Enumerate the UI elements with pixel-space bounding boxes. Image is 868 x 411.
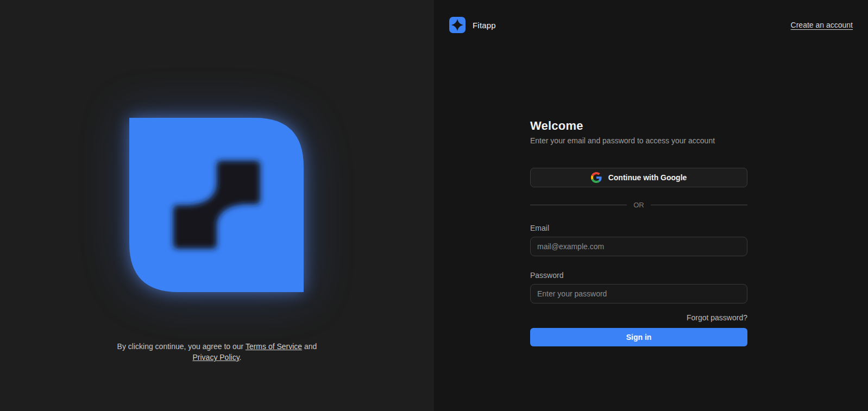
- forgot-password-link[interactable]: Forgot password?: [687, 313, 747, 322]
- sparkle-star-icon: [449, 17, 466, 33]
- terms-suffix: .: [240, 353, 242, 362]
- password-field[interactable]: [530, 284, 747, 303]
- create-account-link[interactable]: Create an account: [791, 21, 853, 29]
- fitapp-logo-large-icon: [129, 118, 304, 292]
- terms-of-service-link[interactable]: Terms of Service: [246, 342, 302, 351]
- password-label: Password: [530, 271, 747, 280]
- page-subtitle: Enter your email and password to access …: [530, 136, 747, 145]
- google-button-label: Continue with Google: [608, 173, 687, 182]
- email-field[interactable]: [530, 237, 747, 256]
- email-label: Email: [530, 224, 747, 232]
- or-divider-label: OR: [633, 201, 644, 209]
- brand: Fitapp: [449, 17, 496, 33]
- privacy-policy-link[interactable]: Privacy Policy: [193, 353, 240, 362]
- sign-in-form: Welcome Enter your email and password to…: [530, 119, 747, 346]
- continue-with-google-button[interactable]: Continue with Google: [530, 168, 747, 187]
- brand-panel: By clicking continue, you agree to our T…: [0, 0, 434, 411]
- terms-text: By clicking continue, you agree to our T…: [0, 341, 434, 363]
- brand-name: Fitapp: [473, 21, 496, 30]
- forgot-password-row: Forgot password?: [530, 313, 747, 323]
- sign-in-button[interactable]: Sign in: [530, 328, 747, 346]
- or-divider: OR: [530, 201, 747, 209]
- page-title: Welcome: [530, 119, 747, 133]
- login-panel: Fitapp Create an account Welcome Enter y…: [434, 0, 868, 411]
- terms-prefix: By clicking continue, you agree to our: [117, 342, 246, 351]
- terms-and: and: [302, 342, 317, 351]
- google-g-icon: [591, 172, 602, 183]
- login-page: By clicking continue, you agree to our T…: [0, 0, 868, 411]
- topbar: Fitapp Create an account: [434, 0, 868, 33]
